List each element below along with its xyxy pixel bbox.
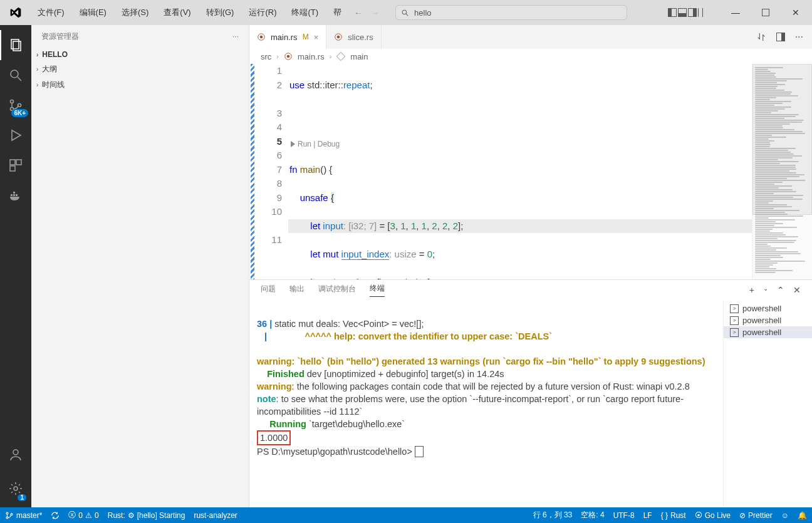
menu-help[interactable]: 帮: [327, 4, 348, 21]
menu-view[interactable]: 查看(V): [157, 4, 197, 21]
terminal-name: powershell: [742, 328, 781, 337]
line-number-gutter: 1234567891011: [254, 64, 288, 279]
sidebar-section-folder[interactable]: ›HELLO: [31, 48, 249, 61]
svg-point-27: [6, 517, 8, 519]
activity-account-icon[interactable]: [0, 440, 31, 470]
broadcast-icon: ⦿: [695, 511, 702, 520]
activity-extensions-icon[interactable]: [0, 150, 31, 180]
maximize-panel-icon[interactable]: ⌃: [777, 285, 784, 295]
terminal-item[interactable]: ＞powershell: [724, 326, 812, 338]
settings-badge: 1: [18, 494, 26, 501]
status-cursor-pos[interactable]: 行 6，列 33: [533, 510, 573, 520]
status-language[interactable]: { } Rust: [661, 510, 686, 520]
svg-rect-14: [13, 194, 15, 196]
activity-docker-icon[interactable]: [0, 180, 31, 210]
tab-modified-indicator: M: [303, 33, 309, 41]
breadcrumb-symbol[interactable]: main: [350, 52, 368, 61]
window-minimize-icon[interactable]: —: [723, 0, 748, 25]
breadcrumb-folder[interactable]: src: [261, 52, 271, 61]
status-sync[interactable]: [51, 511, 60, 520]
status-indent[interactable]: 空格: 4: [581, 510, 604, 520]
terminal-list: ＞powershell ＞powershell ＞powershell: [723, 300, 812, 507]
activity-search-icon[interactable]: [0, 60, 31, 90]
panel-tab-problems[interactable]: 问题: [261, 284, 276, 297]
code-editor[interactable]: 1234567891011 use std::iter::repeat; Run…: [249, 64, 812, 279]
toggle-primary-sidebar-icon[interactable]: [668, 8, 677, 17]
bottom-panel: 问题 输出 调试控制台 终端 + ⌄ ⌃ ✕ 36 | static mut d…: [249, 279, 812, 507]
tab-label: main.rs: [271, 33, 298, 42]
terminal-name: powershell: [742, 316, 781, 325]
status-branch-name: master*: [16, 511, 42, 520]
main-menu: 文件(F) 编辑(E) 选择(S) 查看(V) 转到(G) 运行(R) 终端(T…: [31, 4, 348, 21]
status-rust-analyzer[interactable]: rust-analyzer: [194, 511, 237, 520]
new-terminal-icon[interactable]: +: [749, 285, 754, 295]
compare-changes-icon[interactable]: [756, 32, 766, 42]
editor-more-icon[interactable]: ···: [795, 31, 803, 43]
terminal-name: powershell: [742, 304, 781, 313]
panel-tab-output[interactable]: 输出: [289, 284, 304, 297]
tab-slice-rs[interactable]: slice.rs: [326, 25, 381, 49]
panel-tab-terminal[interactable]: 终端: [370, 283, 385, 297]
terminal-item[interactable]: ＞powershell: [724, 314, 812, 326]
block-icon: ⊘: [739, 511, 746, 520]
svg-point-18: [14, 487, 18, 490]
tab-close-icon[interactable]: ×: [314, 33, 319, 42]
svg-rect-11: [16, 160, 21, 165]
t: Rust:: [108, 511, 125, 520]
menu-run[interactable]: 运行(R): [242, 4, 283, 21]
split-editor-icon[interactable]: [776, 33, 785, 41]
menu-file[interactable]: 文件(F): [31, 4, 71, 21]
status-feedback-icon[interactable]: ☺: [781, 510, 789, 520]
menu-edit[interactable]: 编辑(E): [73, 4, 113, 21]
sidebar-section-outline[interactable]: ›大纲: [31, 61, 249, 77]
activity-debug-icon[interactable]: [0, 120, 31, 150]
toggle-secondary-sidebar-icon[interactable]: [688, 8, 697, 17]
status-problems[interactable]: ⓧ0 ⚠0: [68, 510, 98, 520]
toggle-panel-icon[interactable]: [678, 8, 687, 17]
activity-scm-icon[interactable]: 6K+: [0, 90, 31, 120]
code-content[interactable]: use std::iter::repeat; Run | Debug fn ma…: [288, 64, 812, 279]
activity-explorer-icon[interactable]: [0, 30, 31, 60]
search-icon: [401, 9, 409, 17]
status-prettier[interactable]: ⊘ Prettier: [739, 510, 773, 520]
explorer-sidebar: 资源管理器 ··· ›HELLO ›大纲 ›时间线: [31, 25, 249, 507]
status-errors: 0: [78, 511, 83, 520]
breadcrumb-file[interactable]: main.rs: [298, 52, 325, 61]
t: ^^^^^: [269, 331, 334, 341]
menu-go[interactable]: 转到(G): [200, 4, 241, 21]
status-branch[interactable]: master*: [5, 511, 42, 520]
svg-rect-15: [16, 194, 18, 196]
status-rust[interactable]: Rust: ⚙ [hello] Starting: [108, 511, 185, 520]
terminal-item[interactable]: ＞powershell: [724, 303, 812, 314]
status-eol[interactable]: LF: [643, 510, 652, 520]
tab-main-rs[interactable]: main.rs M ×: [249, 25, 326, 49]
terminal-output[interactable]: 36 | static mut deals: Vec<Point> = vec!…: [249, 300, 723, 507]
svg-point-24: [287, 55, 290, 58]
layout-controls: [668, 8, 703, 17]
terminal-dropdown-icon[interactable]: ⌄: [763, 285, 768, 295]
sidebar-title: 资源管理器: [41, 31, 79, 42]
nav-fwd-icon[interactable]: →: [371, 8, 379, 18]
codelens-run-debug[interactable]: Run | Debug: [291, 137, 340, 152]
window-close-icon[interactable]: ✕: [783, 0, 808, 25]
activity-settings-icon[interactable]: 1: [0, 474, 31, 504]
menu-terminal[interactable]: 终端(T): [285, 4, 325, 21]
command-center-text: hello: [414, 8, 431, 18]
command-center[interactable]: hello: [395, 5, 627, 20]
menu-selection[interactable]: 选择(S): [115, 4, 155, 21]
status-go-live[interactable]: ⦿ Go Live: [695, 510, 731, 520]
window-maximize-icon[interactable]: [753, 0, 778, 25]
close-panel-icon[interactable]: ✕: [793, 285, 801, 295]
minimap[interactable]: [752, 64, 812, 279]
status-encoding[interactable]: UTF-8: [613, 510, 635, 520]
panel-tab-debug-console[interactable]: 调试控制台: [318, 284, 356, 297]
status-bell-icon[interactable]: 🔔: [798, 510, 807, 520]
nav-back-icon[interactable]: ←: [354, 8, 362, 18]
sidebar-more-icon[interactable]: ···: [232, 32, 239, 41]
rust-file-icon: [334, 33, 343, 41]
sidebar-section-timeline[interactable]: ›时间线: [31, 77, 249, 93]
sidebar-section-label: 大纲: [42, 64, 57, 75]
vscode-logo-icon: [0, 6, 31, 19]
breadcrumb[interactable]: src› main.rs› main: [249, 49, 812, 64]
customize-layout-icon[interactable]: [698, 8, 703, 17]
